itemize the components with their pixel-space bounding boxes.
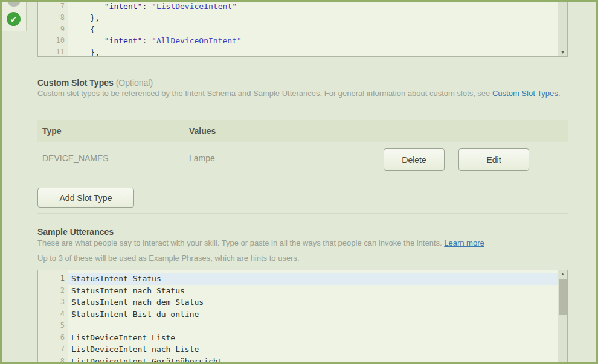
interaction-model-page: ✓ 7 "intent": "ListDeviceIntent" 8 }, 9 … bbox=[0, 0, 598, 364]
scroll-down-icon[interactable]: ▼ bbox=[558, 49, 567, 56]
utterance-text: StatusIntent nach Status bbox=[68, 285, 558, 297]
utterance-text: StatusIntent Bist du online bbox=[68, 308, 558, 321]
sample-utterances-description-text: These are what people say to interact wi… bbox=[37, 238, 444, 247]
utterance-line: 7 ListDeviceIntent nach Liste bbox=[38, 343, 558, 356]
add-slot-type-button[interactable]: Add Slot Type bbox=[37, 188, 134, 208]
step-gray-circle-icon bbox=[7, 2, 21, 7]
line-number: 1 bbox=[38, 273, 68, 285]
code-line: 8 }, bbox=[38, 12, 558, 24]
code-line: 11 }, bbox=[38, 46, 558, 57]
code-line: 10 "intent": "AllDeviceOnIntent" bbox=[38, 35, 558, 46]
section-divider bbox=[37, 213, 568, 214]
slot-table-header: Type Values bbox=[37, 120, 568, 142]
slot-table-header-values: Values bbox=[189, 120, 216, 142]
sample-utterances-editor[interactable]: 1 StatusIntent Status 2 StatusIntent nac… bbox=[37, 270, 568, 364]
learn-more-link[interactable]: Learn more bbox=[444, 238, 484, 247]
delete-button[interactable]: Delete bbox=[384, 148, 445, 171]
intent-schema-editor[interactable]: 7 "intent": "ListDeviceIntent" 8 }, 9 { … bbox=[37, 2, 568, 57]
utterance-text: ListDeviceIntent Liste bbox=[68, 332, 558, 344]
slot-values-value: Lampe bbox=[189, 142, 215, 174]
utterance-line: 2 StatusIntent nach Status bbox=[38, 285, 558, 297]
scroll-up-icon[interactable]: ▲ bbox=[558, 271, 567, 277]
slot-type-value: DEVICE_NAMES bbox=[42, 142, 109, 174]
line-number: 3 bbox=[38, 296, 68, 308]
line-number: 9 bbox=[38, 24, 68, 35]
utterance-line: 1 StatusIntent Status bbox=[38, 273, 558, 285]
utterance-text: StatusIntent nach dem Status bbox=[68, 296, 558, 308]
intent-editor-scrollbar[interactable]: ▼ bbox=[558, 2, 567, 56]
line-number: 11 bbox=[38, 46, 68, 57]
utterance-text: StatusIntent Status bbox=[68, 273, 558, 285]
code-text: { bbox=[68, 24, 558, 35]
custom-slot-types-link[interactable]: Custom Slot Types. bbox=[492, 89, 560, 98]
code-text: }, bbox=[68, 12, 558, 24]
custom-slot-types-title-text: Custom Slot Types bbox=[37, 78, 114, 88]
sample-utterances-description: These are what people say to interact wi… bbox=[37, 238, 484, 248]
line-number: 7 bbox=[38, 2, 68, 12]
line-number: 7 bbox=[38, 343, 68, 356]
intent-editor-lines: 7 "intent": "ListDeviceIntent" 8 }, 9 { … bbox=[38, 2, 558, 57]
custom-slot-types-title: Custom Slot Types (Optional) bbox=[37, 78, 153, 88]
optional-label: (Optional) bbox=[116, 78, 153, 88]
step-completed-check-icon[interactable]: ✓ bbox=[7, 12, 21, 26]
code-line: 9 { bbox=[38, 24, 558, 35]
line-number: 2 bbox=[38, 285, 68, 297]
utterance-editor-scrollbar[interactable]: ▲ bbox=[558, 270, 567, 364]
utterance-text: ListDeviceIntent Geräteübersicht bbox=[68, 356, 558, 364]
example-phrases-note: Up to 3 of these will be used as Example… bbox=[37, 254, 300, 263]
slot-table-header-type: Type bbox=[42, 120, 62, 142]
utterance-text bbox=[68, 320, 558, 332]
code-line: 7 "intent": "ListDeviceIntent" bbox=[38, 2, 558, 12]
line-number: 4 bbox=[38, 308, 68, 321]
code-text: "intent": "ListDeviceIntent" bbox=[68, 2, 558, 12]
utterance-line: 8 ListDeviceIntent Geräteübersicht bbox=[38, 356, 558, 364]
utterance-line: 5 bbox=[38, 320, 558, 332]
edit-button[interactable]: Edit bbox=[458, 148, 529, 171]
nav-step-previous[interactable] bbox=[2, 2, 26, 8]
code-text: "intent": "AllDeviceOnIntent" bbox=[68, 35, 558, 46]
utterance-line: 3 StatusIntent nach dem Status bbox=[38, 296, 558, 308]
nav-steps-panel: ✓ bbox=[2, 2, 27, 31]
utterance-line: 6 ListDeviceIntent Liste bbox=[38, 332, 558, 344]
utterance-text: ListDeviceIntent nach Liste bbox=[68, 343, 558, 356]
sample-utterances-title: Sample Utterances bbox=[37, 227, 114, 237]
custom-slot-types-description-text: Custom slot types to be referenced by th… bbox=[37, 89, 492, 98]
custom-slot-types-description: Custom slot types to be referenced by th… bbox=[37, 89, 560, 98]
line-number: 8 bbox=[38, 12, 68, 24]
line-number: 10 bbox=[38, 35, 68, 46]
utterance-line: 4 StatusIntent Bist du online bbox=[38, 308, 558, 321]
line-number: 5 bbox=[38, 320, 68, 332]
line-number: 6 bbox=[38, 332, 68, 344]
code-text: }, bbox=[68, 46, 558, 57]
utterance-editor-lines: 1 StatusIntent Status 2 StatusIntent nac… bbox=[38, 273, 558, 364]
line-number: 8 bbox=[38, 356, 68, 364]
scrollbar-thumb[interactable] bbox=[559, 279, 567, 315]
